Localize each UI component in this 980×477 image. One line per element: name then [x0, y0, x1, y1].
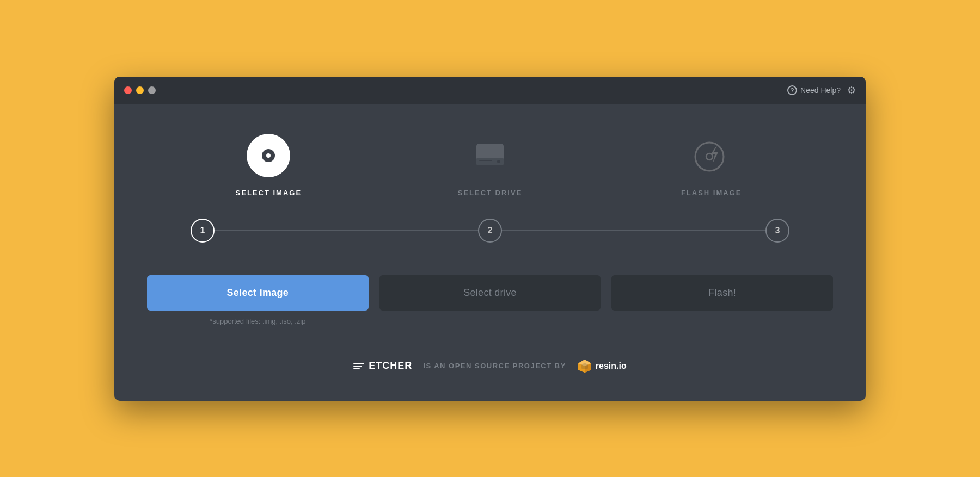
flash-button[interactable]: Flash!: [611, 275, 833, 311]
settings-icon[interactable]: ⚙: [847, 84, 856, 96]
step-1: SELECT IMAGE: [158, 131, 379, 197]
help-icon: ?: [787, 85, 797, 95]
titlebar-actions: ? Need Help? ⚙: [787, 84, 856, 96]
flash-icon: [690, 134, 733, 177]
app-window: ? Need Help? ⚙ SELECT IMAGE: [114, 77, 866, 401]
steps-icons-row: SELECT IMAGE SELECT DRIVE: [147, 131, 833, 197]
step-nodes: 1 2 3: [191, 219, 789, 243]
supported-files-label: *supported files: .img, .iso, .zip: [210, 317, 305, 325]
step-node-3: 3: [765, 219, 789, 243]
step-node-2: 2: [478, 219, 502, 243]
svg-point-2: [497, 160, 500, 163]
etcher-lines-icon: [353, 363, 364, 369]
step-2-icon-wrap: [465, 131, 514, 180]
step-1-icon-wrap: [244, 131, 293, 180]
drive-icon: [468, 134, 512, 177]
disc-center: [266, 153, 271, 158]
footer-divider: [147, 342, 833, 342]
minimize-button[interactable]: [136, 86, 144, 94]
help-label: Need Help?: [800, 86, 841, 95]
select-image-button[interactable]: Select image: [147, 275, 369, 311]
svg-rect-3: [479, 160, 492, 161]
maximize-button[interactable]: [148, 86, 156, 94]
disc-inner: [262, 149, 275, 162]
step-1-label: SELECT IMAGE: [236, 189, 302, 197]
resin-text: resin.io: [596, 361, 627, 371]
disc-icon: [247, 134, 290, 177]
svg-point-4: [695, 143, 724, 171]
etcher-text: ETCHER: [369, 360, 412, 371]
flash-group: Flash!: [611, 275, 833, 311]
select-image-group: Select image *supported files: .img, .is…: [147, 275, 369, 325]
select-drive-group: Select drive: [379, 275, 601, 311]
progress-row: 1 2 3: [147, 219, 833, 243]
select-drive-button[interactable]: Select drive: [379, 275, 601, 311]
traffic-lights: [124, 86, 156, 94]
step-node-1: 1: [191, 219, 215, 243]
footer-tagline: IS AN OPEN SOURCE PROJECT BY: [423, 362, 566, 370]
help-button[interactable]: ? Need Help?: [787, 85, 841, 95]
etcher-line-2: [353, 366, 362, 367]
etcher-line-1: [353, 363, 364, 364]
main-content: SELECT IMAGE SELECT DRIVE: [114, 104, 866, 401]
step-3-icon-wrap: [687, 131, 736, 180]
step-2: SELECT DRIVE: [379, 131, 601, 197]
titlebar: ? Need Help? ⚙: [114, 77, 866, 104]
resin-cube-icon: [577, 358, 592, 374]
step-3: FLASH IMAGE: [601, 131, 822, 197]
footer: ETCHER IS AN OPEN SOURCE PROJECT BY resi…: [147, 353, 833, 385]
etcher-line-3: [353, 368, 360, 369]
resin-logo: resin.io: [577, 358, 627, 374]
close-button[interactable]: [124, 86, 132, 94]
buttons-row: Select image *supported files: .img, .is…: [147, 275, 833, 325]
etcher-brand: ETCHER: [353, 360, 412, 371]
step-2-label: SELECT DRIVE: [458, 189, 523, 197]
step-3-label: FLASH IMAGE: [681, 189, 742, 197]
